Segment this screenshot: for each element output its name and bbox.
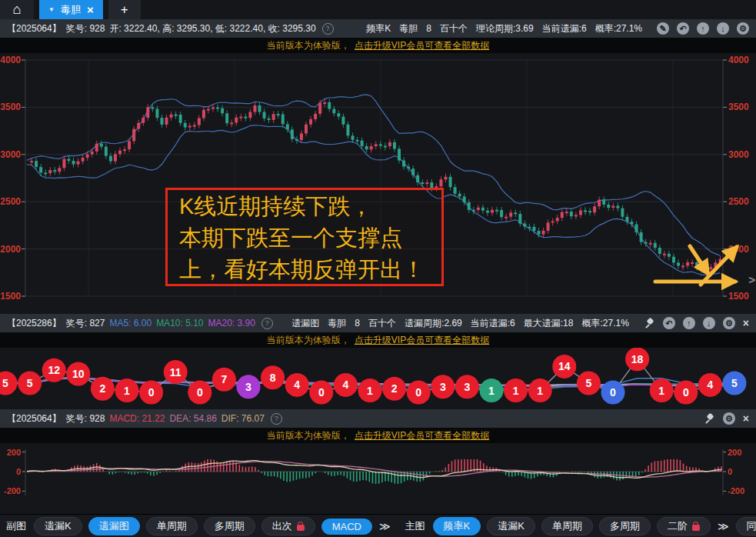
header-stat: 最大遗漏:18 (524, 318, 574, 329)
add-tab-button[interactable]: + (108, 0, 141, 19)
svg-text:4000: 4000 (728, 55, 749, 65)
home-icon: ⌂ (13, 2, 22, 18)
tab-dudan[interactable]: ▼ 毒胆 × (39, 0, 103, 19)
issue-number: 【2025064】 (7, 412, 62, 425)
undo-icon[interactable]: ↶ (663, 317, 675, 329)
sync-screen-button[interactable]: 同屏 (736, 517, 756, 535)
header-stat: 遗漏图 (291, 318, 319, 329)
lock-icon (297, 525, 305, 531)
chevron-right-icon[interactable]: > (748, 273, 755, 286)
main-chart-header: 【2025064】 奖号: 928 开: 3222.40, 高: 3295.30… (0, 19, 756, 38)
subchart-button[interactable]: MACD (321, 519, 372, 535)
header-stat: 频率K (366, 23, 391, 34)
svg-text:12: 12 (48, 364, 60, 376)
subchart-button[interactable]: 单周期 (146, 517, 198, 535)
subchart-button[interactable]: 遗漏K (34, 517, 82, 535)
omission-point: 7 (212, 368, 236, 392)
omission-chart-stats: 遗漏图毒胆8百十个遗漏周期:2.69当前遗漏:6最大遗漏:18概率:27.1% (283, 317, 628, 330)
svg-text:2500: 2500 (0, 196, 21, 207)
gear-icon[interactable]: ⚙ (723, 317, 735, 329)
macd-chart[interactable]: 20020000-200-200 (0, 443, 756, 514)
pin-icon[interactable] (704, 413, 715, 425)
omission-chart[interactable]: 551210210110738404120331111450181045 (0, 348, 756, 409)
upgrade-vip-link[interactable]: 点击升级VIP会员可查看全部数据 (355, 429, 489, 442)
close-icon[interactable]: × (743, 412, 749, 425)
more-buttons-chevron[interactable]: ≫ (718, 520, 729, 532)
svg-text:4: 4 (343, 379, 349, 391)
subchart-button[interactable]: 出次 (261, 517, 315, 535)
omission-point: 5 (0, 372, 18, 395)
mainchart-button[interactable]: 多周期 (599, 517, 651, 535)
omission-header-icons: ↶↑↓⚙× (644, 317, 749, 329)
header-stat: 百十个 (368, 318, 396, 329)
subchart-button[interactable]: 遗漏图 (88, 517, 140, 535)
macd-header-icons: ⚙× (704, 412, 749, 425)
main-chart-header-icons: ✎↶↑↓⚙ (657, 22, 749, 35)
tab-label: 毒胆 (61, 3, 81, 17)
edit-icon[interactable]: ✎ (657, 22, 669, 35)
mainchart-button[interactable]: 二阶 (657, 517, 711, 535)
gear-icon[interactable]: ⚙ (737, 22, 749, 35)
close-icon[interactable]: × (87, 3, 94, 16)
prize-number: 奖号: 928 (66, 412, 105, 425)
up-icon[interactable]: ↑ (697, 22, 709, 35)
omission-point: 1 (504, 379, 528, 402)
omission-point: 5 (723, 372, 747, 395)
svg-text:2: 2 (391, 382, 398, 395)
macd-panel: 20020000-200-200 (0, 443, 756, 514)
svg-text:2000: 2000 (0, 244, 21, 255)
svg-text:0: 0 (197, 386, 203, 399)
chevron-down-icon[interactable]: ▼ (48, 6, 55, 13)
macd-value: MACD: 21.22 (109, 413, 165, 424)
svg-text:10: 10 (72, 368, 85, 380)
svg-text:1: 1 (124, 385, 130, 397)
prize-number: 奖号: 928 (66, 22, 105, 35)
omission-point: 4 (698, 373, 722, 397)
close-icon[interactable]: × (743, 317, 749, 329)
mainchart-button[interactable]: 频率K (433, 517, 481, 535)
header-stat: 8 (355, 318, 360, 329)
upgrade-vip-link[interactable]: 点击升级VIP会员可查看全部数据 (355, 39, 489, 52)
omission-point: 1 (650, 379, 674, 402)
svg-text:3500: 3500 (0, 102, 21, 112)
svg-text:0: 0 (728, 467, 732, 476)
dif-value: DIF: 76.07 (221, 413, 265, 424)
down-icon[interactable]: ↓ (717, 22, 729, 35)
svg-text:0: 0 (318, 386, 325, 399)
undo-icon[interactable]: ↶ (677, 22, 689, 35)
down-icon[interactable]: ↓ (703, 317, 715, 329)
bottom-toolbar: 副图遗漏K遗漏图单周期多周期出次MACD≫主图频率K遗漏K单周期多周期二阶≫同屏 (0, 514, 756, 537)
gear-icon[interactable]: ⚙ (723, 412, 735, 425)
omission-point: 1 (528, 379, 552, 402)
annotation-line: K线近期持续下跌， (179, 191, 441, 222)
omission-chart-header: 【2025286】 奖号: 827 MA5: 6.00 MA10: 5.10 M… (0, 314, 756, 332)
dea-value: DEA: 54.86 (169, 413, 216, 424)
macd-chart-header: 【2025064】 奖号: 928 MACD: 21.22 DEA: 54.86… (0, 409, 756, 428)
pin-icon[interactable] (644, 318, 655, 329)
upgrade-vip-link[interactable]: 点击升级VIP会员可查看全部数据 (355, 334, 489, 347)
more-buttons-chevron[interactable]: ≫ (379, 520, 391, 532)
svg-text:200: 200 (728, 448, 741, 457)
help-icon[interactable]: ? (261, 318, 273, 329)
omission-point: 3 (431, 375, 455, 399)
svg-text:5: 5 (2, 377, 8, 389)
up-icon[interactable]: ↑ (683, 317, 695, 329)
tab-bar: ⌂ ▼ 毒胆 × + (0, 0, 756, 19)
svg-text:5: 5 (27, 377, 33, 389)
help-icon[interactable]: ? (322, 23, 334, 35)
svg-text:4: 4 (708, 379, 714, 391)
subchart-group-label: 副图 (6, 519, 26, 533)
svg-text:18: 18 (631, 353, 644, 365)
subchart-button[interactable]: 多周期 (204, 517, 255, 535)
mainchart-button[interactable]: 遗漏K (487, 517, 535, 535)
omission-point: 1 (480, 379, 504, 402)
annotation-line: 本期下跌至一个支撑点 (179, 222, 441, 254)
header-stat: 当前遗漏:6 (542, 23, 587, 34)
trial-notice-text: 当前版本为体验版， (267, 39, 350, 52)
help-icon[interactable]: ? (271, 413, 282, 425)
mainchart-button[interactable]: 单周期 (541, 517, 593, 535)
omission-point: 0 (188, 381, 211, 405)
svg-text:4000: 4000 (0, 55, 21, 65)
analysis-annotation-box[interactable]: K线近期持续下跌， 本期下跌至一个支撑点 上，看好本期反弹开出！ (165, 188, 444, 286)
home-button[interactable]: ⌂ (0, 0, 34, 19)
